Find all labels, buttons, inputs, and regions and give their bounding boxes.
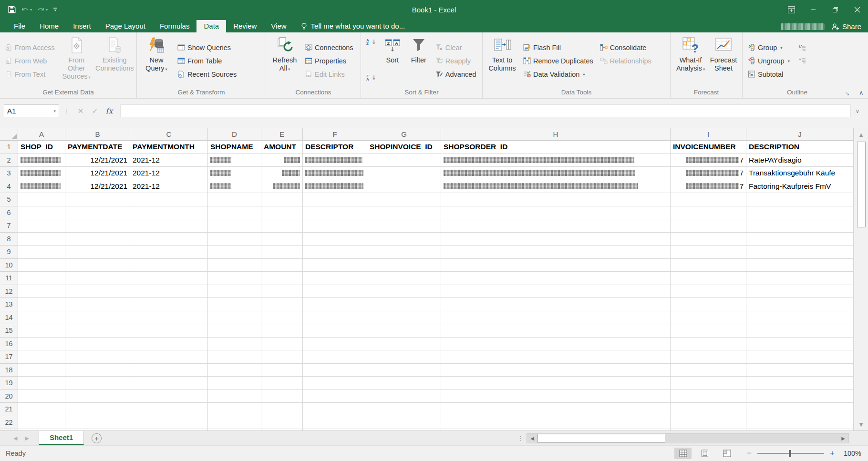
from-text-button[interactable]: From Text: [3, 68, 57, 80]
row-header-13[interactable]: 13: [0, 298, 18, 311]
cell-J16[interactable]: [746, 338, 854, 351]
tab-data[interactable]: Data: [196, 20, 226, 32]
next-sheet-button[interactable]: ▶: [25, 435, 29, 441]
customize-qat-button[interactable]: [52, 7, 58, 12]
cell-A14[interactable]: [18, 311, 65, 325]
cell-D15[interactable]: [208, 324, 261, 338]
cell-D4[interactable]: [208, 180, 261, 194]
cell-H2[interactable]: [441, 154, 671, 167]
cell-I21[interactable]: [671, 403, 746, 416]
cell-F2[interactable]: [303, 154, 367, 167]
cell-A11[interactable]: [18, 272, 65, 285]
cell-B3[interactable]: 12/21/2021: [65, 167, 130, 180]
cell-F5[interactable]: [303, 193, 367, 206]
cell-F13[interactable]: [303, 298, 367, 311]
cell-H7[interactable]: [441, 219, 671, 233]
cell-B19[interactable]: [65, 377, 130, 390]
cell-A4[interactable]: [18, 180, 65, 194]
name-box-dropdown-icon[interactable]: ▾: [53, 109, 56, 113]
column-header-J[interactable]: J: [746, 128, 854, 141]
cell-I9[interactable]: [671, 246, 746, 259]
row-header-11[interactable]: 11: [0, 272, 18, 285]
page-layout-view-button[interactable]: [696, 448, 713, 459]
cell-H21[interactable]: [441, 403, 671, 416]
cell-J9[interactable]: [746, 246, 854, 259]
cell-H18[interactable]: [441, 364, 671, 377]
cell-C17[interactable]: [130, 350, 208, 364]
row-header-5[interactable]: 5: [0, 193, 18, 206]
cell-E19[interactable]: [261, 377, 303, 390]
scroll-left-button[interactable]: ◀: [527, 436, 537, 441]
cell-A12[interactable]: [18, 285, 65, 298]
row-header-21[interactable]: 21: [0, 403, 18, 416]
cell-F7[interactable]: [303, 219, 367, 233]
cell-G16[interactable]: [367, 338, 441, 351]
cell-E20[interactable]: [261, 390, 303, 403]
cell-A15[interactable]: [18, 324, 65, 338]
tab-scrollbar-splitter[interactable]: ⋮: [517, 435, 524, 442]
cell-H11[interactable]: [441, 272, 671, 285]
cell-F6[interactable]: [303, 206, 367, 220]
text-to-columns-button[interactable]: Text to Columns: [485, 34, 520, 88]
column-header-H[interactable]: H: [441, 128, 671, 141]
cell-D5[interactable]: [208, 193, 261, 206]
cell-A19[interactable]: [18, 377, 65, 390]
ribbon-display-options-button[interactable]: [780, 0, 802, 19]
page-break-preview-button[interactable]: [718, 448, 735, 459]
cell-E15[interactable]: [261, 324, 303, 338]
formula-input[interactable]: [120, 104, 851, 117]
column-header-E[interactable]: E: [261, 128, 303, 141]
cell-E3[interactable]: [261, 167, 303, 180]
cell-G22[interactable]: [367, 416, 441, 430]
cell-F21[interactable]: [303, 403, 367, 416]
cell-H6[interactable]: [441, 206, 671, 220]
cell-A1[interactable]: SHOP_ID: [18, 141, 65, 154]
cell-J11[interactable]: [746, 272, 854, 285]
cell-E6[interactable]: [261, 206, 303, 220]
cell-I19[interactable]: [671, 377, 746, 390]
expand-formula-bar-button[interactable]: ∨: [851, 108, 864, 114]
cell-I13[interactable]: [671, 298, 746, 311]
select-all-corner[interactable]: [0, 128, 18, 141]
cell-I10[interactable]: [671, 259, 746, 272]
cell-B8[interactable]: [65, 233, 130, 246]
cell-J15[interactable]: [746, 324, 854, 338]
reapply-filter-button[interactable]: Reapply: [433, 55, 479, 67]
vertical-scroll-thumb[interactable]: [857, 142, 866, 227]
from-table-button[interactable]: From Table: [175, 55, 239, 67]
cell-E7[interactable]: [261, 219, 303, 233]
cell-B6[interactable]: [65, 206, 130, 220]
insert-function-button[interactable]: fx: [102, 106, 116, 115]
cell-D3[interactable]: [208, 167, 261, 180]
cell-D7[interactable]: [208, 219, 261, 233]
cell-I16[interactable]: [671, 338, 746, 351]
formula-bar-splitter[interactable]: ⋮: [59, 107, 73, 114]
flash-fill-button[interactable]: Flash Fill: [521, 41, 596, 53]
cell-A21[interactable]: [18, 403, 65, 416]
consolidate-button[interactable]: Consolidate: [598, 41, 654, 53]
redo-dropdown[interactable]: ▾: [46, 8, 48, 12]
cell-G5[interactable]: [367, 193, 441, 206]
cell-C21[interactable]: [130, 403, 208, 416]
normal-view-button[interactable]: [674, 448, 692, 459]
cell-D9[interactable]: [208, 246, 261, 259]
collapse-ribbon-button[interactable]: ∧: [859, 89, 864, 96]
cell-D13[interactable]: [208, 298, 261, 311]
row-header-15[interactable]: 15: [0, 324, 18, 338]
cell-I17[interactable]: [671, 350, 746, 364]
from-access-button[interactable]: A From Access: [3, 41, 57, 53]
cell-C6[interactable]: [130, 206, 208, 220]
cell-G6[interactable]: [367, 206, 441, 220]
cell-C4[interactable]: 2021-12: [130, 180, 208, 194]
cell-I3[interactable]: 7: [671, 167, 746, 180]
cell-I6[interactable]: [671, 206, 746, 220]
cell-C10[interactable]: [130, 259, 208, 272]
cell-H16[interactable]: [441, 338, 671, 351]
cell-H22[interactable]: [441, 416, 671, 430]
cell-A2[interactable]: [18, 154, 65, 167]
cell-C11[interactable]: [130, 272, 208, 285]
cell-G2[interactable]: [367, 154, 441, 167]
cell-A8[interactable]: [18, 233, 65, 246]
row-header-6[interactable]: 6: [0, 206, 18, 220]
column-header-G[interactable]: G: [367, 128, 441, 141]
